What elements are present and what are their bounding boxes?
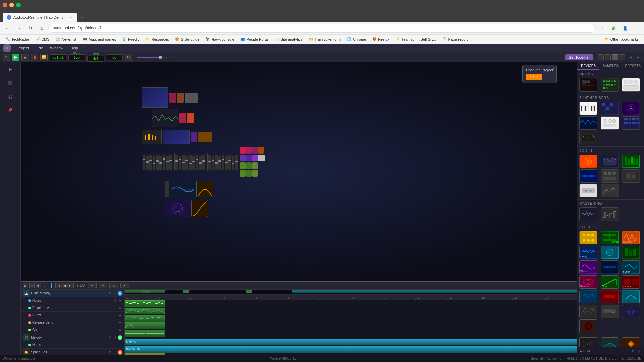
fx-1[interactable]	[169, 93, 176, 103]
view-btn-2[interactable]	[605, 54, 611, 60]
effect-item-8[interactable]	[601, 260, 619, 274]
mixer-large-2[interactable]	[174, 153, 206, 171]
canvas-area[interactable]: × Unsaved Project Save	[21, 62, 577, 281]
fx-unit-13[interactable]	[246, 170, 252, 177]
track-add-btn[interactable]: +	[113, 335, 118, 340]
mixer-large-3[interactable]	[207, 153, 239, 171]
fx-unit-14[interactable]	[252, 170, 258, 177]
tool-device-3[interactable]	[622, 155, 640, 168]
home-button[interactable]: ⌂	[37, 23, 46, 33]
bookmark-newslist[interactable]: 📰 News list	[53, 36, 79, 42]
menu-window[interactable]: Window	[47, 45, 66, 51]
effect-item-17[interactable]	[601, 305, 619, 318]
back-button[interactable]: ←	[3, 23, 12, 33]
menu-button[interactable]: ⋮	[632, 23, 641, 33]
zoom-out-button[interactable]: −	[635, 54, 641, 60]
zoom-in-button[interactable]: +	[628, 54, 634, 60]
play-button[interactable]: ▶	[12, 54, 19, 61]
close-popup-button[interactable]: ×	[552, 67, 554, 71]
subtrack-settings-btn[interactable]: ⚙	[112, 298, 117, 303]
bookmark-train[interactable]: 🎫 Train ticket form	[306, 36, 343, 42]
subtrack-melody-notes[interactable]: Notes	[21, 341, 124, 349]
bookmark-apps[interactable]: 🎮 Apps and games	[80, 36, 119, 42]
bookmark-pagereport[interactable]: 📋 Page report	[440, 36, 470, 42]
track-add-btn[interactable]: +	[113, 350, 118, 355]
subtrack-envelope-a[interactable]: Envelope A ●	[21, 304, 124, 312]
pattern-block-melody[interactable]: Melody	[125, 339, 577, 345]
bookmark-star-button[interactable]: ☆	[598, 23, 607, 33]
effect-item-6[interactable]	[622, 246, 640, 259]
master-device-2[interactable]	[601, 207, 619, 221]
tool-device-6[interactable]	[622, 169, 640, 183]
sidebar-view-toggle[interactable]: ⬛	[4, 77, 16, 89]
effect-crusher[interactable]: Crusher	[622, 231, 640, 244]
bookmark-feedly[interactable]: 📡 Feedly	[119, 36, 142, 42]
sidebar-cursor-tool[interactable]	[4, 64, 16, 76]
maximize-window-button[interactable]	[16, 3, 21, 7]
bookmark-teamsprint[interactable]: ⚡ Teamsprint Self Srv...	[393, 36, 439, 42]
tool-device-4[interactable]	[579, 169, 597, 183]
menu-project[interactable]: Project	[14, 45, 32, 51]
drum-device-3[interactable]	[622, 78, 640, 92]
fx-unit-6[interactable]	[246, 155, 252, 161]
effect-item-18[interactable]	[622, 305, 640, 318]
seq-grid-btn[interactable]: ⊞	[23, 283, 28, 288]
track-collapse-btn-2[interactable]: ●	[118, 335, 122, 340]
extensions-button[interactable]: 🧩	[609, 23, 619, 33]
tab-devices[interactable]: DEVICES	[577, 62, 599, 70]
fx-unit-5[interactable]	[240, 155, 246, 161]
synth-device-purple[interactable]	[622, 102, 640, 115]
close-window-button[interactable]	[3, 3, 7, 7]
fx-2[interactable]	[177, 93, 184, 103]
track-melody[interactable]: 🎵 Melody ⚙ + ●	[21, 334, 124, 341]
fx-unit-11[interactable]	[252, 162, 258, 169]
bookmark-firefox[interactable]: 🦊 Firefox	[369, 36, 392, 42]
track-settings-btn[interactable]: ⚙	[108, 291, 112, 296]
track-settings-btn[interactable]: ⚙	[108, 335, 112, 340]
effect-slope[interactable]: Slope	[601, 275, 619, 289]
synth-device-1[interactable]	[142, 87, 168, 108]
view-btn-1[interactable]	[598, 54, 604, 60]
chat-settings-btn[interactable]: ⚙	[631, 349, 635, 353]
fx-unit-12[interactable]	[240, 170, 246, 177]
pattern-block-cutoff[interactable]	[125, 315, 165, 322]
effect-fdelay[interactable]: FDelay	[622, 260, 640, 274]
effect-item-20[interactable]	[579, 337, 597, 347]
fx-unit-8[interactable]	[258, 155, 265, 161]
subtrack-gain[interactable]: Gain ●	[21, 326, 124, 334]
waveform-device[interactable]	[152, 109, 178, 127]
tool-device-1[interactable]	[579, 155, 597, 168]
pattern-block-bell[interactable]: Bell Synth	[125, 346, 577, 353]
bookmark-techradar[interactable]: 🔧 TechRadar	[3, 36, 32, 42]
subtrack-collapse-btn[interactable]: ●	[118, 313, 122, 318]
subtrack-cutoff[interactable]: Cutoff ●	[21, 312, 124, 319]
effect-item-14[interactable]	[601, 290, 619, 303]
drum-device-1[interactable]	[579, 78, 597, 92]
fx-unit-7[interactable]	[252, 155, 258, 161]
bookmark-analytics[interactable]: 📊 Site analytics	[272, 36, 305, 42]
settings-button[interactable]: ⚙	[125, 54, 132, 61]
fx-3[interactable]	[185, 93, 198, 103]
browser-tab[interactable]: Audiotool·Sentinel [Trap Demo] ×	[3, 13, 77, 22]
tab-close-button[interactable]: ×	[68, 15, 73, 20]
fx-4[interactable]	[179, 113, 186, 123]
minimize-window-button[interactable]	[9, 3, 14, 7]
effect-reverb[interactable]: Reverb	[579, 275, 597, 289]
timeline-area[interactable]: 1 2 3 4 5 6	[125, 290, 577, 355]
pattern-block-1[interactable]	[125, 300, 165, 307]
subtrack-collapse-btn[interactable]: ●	[118, 298, 122, 303]
timeline-minimap[interactable]	[125, 290, 577, 294]
profile-button[interactable]: 👤	[621, 23, 630, 33]
track-add-btn[interactable]: +	[113, 291, 118, 296]
tool-device-7[interactable]	[579, 184, 597, 197]
new-tab-button[interactable]: +	[77, 13, 87, 22]
effect-delay[interactable]: Delay	[579, 246, 597, 259]
stop-button[interactable]: ■	[21, 54, 29, 61]
synth-device-grid[interactable]	[601, 102, 619, 115]
subtrack-notes-1[interactable]: Notes ⚙ ●	[21, 297, 124, 304]
bookmark-hawk[interactable]: 🦅 Hawk console	[203, 36, 237, 42]
effect-item-19[interactable]	[579, 319, 597, 333]
effect-clmp[interactable]: Clmp	[601, 231, 619, 244]
effect-item-16[interactable]	[579, 305, 597, 318]
fx-7[interactable]	[198, 132, 212, 142]
